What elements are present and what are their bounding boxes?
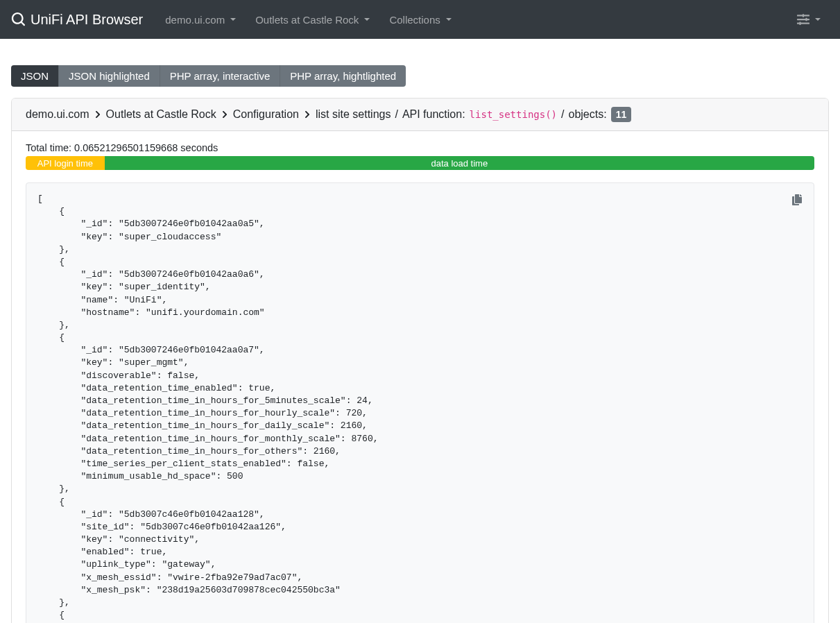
tab-json-highlighted[interactable]: JSON highlighted [58, 65, 160, 87]
brand-text: UniFi API Browser [31, 12, 143, 28]
chevron-right-icon [305, 110, 310, 119]
breadcrumb: demo.ui.com Outlets at Castle Rock Confi… [12, 99, 828, 131]
top-navbar: UniFi API Browser demo.ui.com Outlets at… [0, 0, 840, 39]
json-output-block: [ { "_id": "5db3007246e0fb01042aa0a5", "… [26, 182, 814, 623]
navbar-nav: demo.ui.com Outlets at Castle Rock Colle… [157, 8, 789, 31]
caret-down-icon [446, 18, 452, 21]
nav-site-dropdown[interactable]: Outlets at Castle Rock [247, 8, 378, 31]
nav-collections-dropdown[interactable]: Collections [381, 8, 459, 31]
total-time-label: Total time: 0.06521296501159668 seconds [26, 142, 814, 153]
main-container: JSON JSON highlighted PHP array, interac… [0, 39, 840, 623]
brand-link[interactable]: UniFi API Browser [11, 12, 143, 28]
timing-progress: API login time data load time [26, 156, 814, 170]
crumb-controller: demo.ui.com [26, 108, 89, 121]
chevron-right-icon [222, 110, 228, 119]
tab-php-interactive[interactable]: PHP array, interactive [160, 65, 280, 87]
nav-controller-dropdown[interactable]: demo.ui.com [157, 8, 244, 31]
progress-login-segment: API login time [26, 156, 105, 170]
crumb-slash: / [395, 108, 397, 121]
nav-right [789, 8, 829, 31]
caret-down-icon [230, 18, 236, 21]
search-icon [11, 12, 25, 26]
copy-button[interactable] [787, 190, 807, 210]
copy-icon [791, 194, 803, 205]
crumb-api-label: API function: [402, 108, 465, 121]
chevron-right-icon [95, 110, 101, 119]
caret-down-icon [364, 18, 370, 21]
json-output[interactable]: [ { "_id": "5db3007246e0fb01042aa0a5", "… [37, 193, 803, 623]
card-body: Total time: 0.06521296501159668 seconds … [12, 131, 828, 623]
crumb-slash: / [561, 108, 564, 121]
progress-load-segment: data load time [105, 156, 814, 170]
caret-down-icon [815, 18, 821, 21]
crumb-api-function: list_settings() [470, 109, 557, 120]
crumb-page: list site settings [316, 108, 391, 121]
crumb-section: Configuration [233, 108, 299, 121]
output-format-tabs: JSON JSON highlighted PHP array, interac… [11, 65, 406, 87]
crumb-site: Outlets at Castle Rock [106, 108, 216, 121]
tab-php-highlighted[interactable]: PHP array, hightlighted [280, 65, 406, 87]
objects-count-badge: 11 [611, 107, 632, 122]
crumb-objects-label: objects: [568, 108, 606, 121]
tab-json[interactable]: JSON [11, 65, 58, 87]
results-card: demo.ui.com Outlets at Castle Rock Confi… [11, 98, 829, 623]
nav-settings-dropdown[interactable] [789, 8, 829, 31]
sliders-icon [797, 13, 809, 26]
